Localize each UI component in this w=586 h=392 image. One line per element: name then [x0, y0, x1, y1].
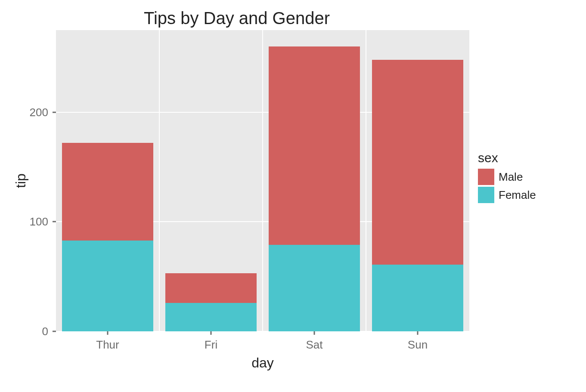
bar-segment-female: [372, 265, 463, 331]
y-tick-label: 200: [30, 105, 48, 119]
x-tick-mark: [314, 331, 315, 335]
legend-title: sex: [478, 151, 536, 165]
bar-segment-female: [269, 245, 360, 331]
x-tick-mark: [417, 331, 419, 335]
legend-label: Male: [499, 170, 523, 184]
x-tick-label: Fri: [205, 338, 217, 352]
legend-swatch: [478, 187, 494, 203]
bar-segment-male: [62, 143, 153, 241]
y-tick-mark: [53, 331, 56, 332]
gridline-v: [159, 30, 160, 331]
gridline-v: [262, 30, 263, 331]
x-tick-mark: [211, 331, 212, 335]
chart-title: Tips by Day and Gender: [0, 9, 474, 28]
x-tick-label: Sat: [306, 338, 322, 352]
legend-item: Female: [478, 187, 536, 203]
legend-swatch: [478, 169, 494, 185]
bar-group: [269, 46, 360, 331]
legend: sex MaleFemale: [478, 151, 536, 205]
y-axis-label: tip: [13, 30, 29, 331]
x-tick-mark: [107, 331, 109, 335]
legend-label: Female: [499, 188, 536, 202]
y-tick-label: 100: [30, 215, 48, 228]
plot-area: 0100200ThurFriSatSun: [56, 30, 469, 331]
bar-segment-female: [165, 303, 256, 331]
bar-segment-male: [165, 273, 256, 303]
bar-segment-male: [372, 60, 463, 265]
x-tick-label: Sun: [408, 338, 428, 352]
y-tick-label: 0: [42, 325, 48, 338]
legend-item: Male: [478, 169, 536, 185]
bar-segment-female: [62, 241, 153, 331]
y-tick-mark: [53, 111, 56, 113]
bar-group: [165, 273, 256, 331]
bar-group: [62, 143, 153, 331]
x-tick-label: Thur: [96, 338, 119, 352]
gridline-v: [366, 30, 366, 331]
chart-container: Tips by Day and Gender tip 0100200ThurFr…: [0, 0, 586, 392]
x-axis-label: day: [56, 355, 469, 371]
bar-group: [372, 60, 463, 331]
bar-segment-male: [269, 46, 360, 245]
y-tick-mark: [53, 221, 56, 222]
